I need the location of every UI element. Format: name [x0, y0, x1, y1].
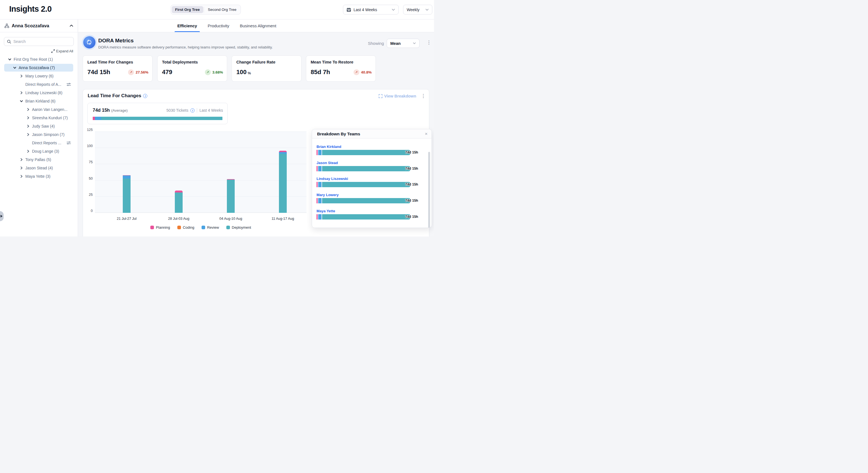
delta-value: 27.56% — [135, 70, 148, 75]
legend-label: Review — [207, 225, 219, 230]
tree-item[interactable]: Doug Lange (3) — [0, 147, 78, 155]
trend-badge: ↗ 40.8% — [353, 69, 372, 75]
tree-item[interactable]: Maya Yette (3) — [0, 172, 78, 180]
dora-kebab-menu[interactable]: ⋮ — [427, 40, 431, 45]
row-segment-deployment — [322, 182, 410, 187]
chevron-right-icon[interactable] — [26, 116, 30, 119]
expand-all-link[interactable]: Expand All — [51, 49, 73, 53]
filter-settings-icon[interactable] — [66, 141, 71, 145]
tree-item[interactable]: Brian Kirkland (6) — [0, 97, 78, 105]
row-segment-deployment — [322, 150, 410, 155]
breakdown-row: Maya Yette 74d 15h — [316, 209, 418, 219]
metric-unit: % — [248, 71, 251, 75]
bar-segment-deployment — [279, 154, 287, 213]
panel-scrollbar-thumb[interactable] — [428, 152, 430, 228]
chevron-up-icon[interactable] — [70, 25, 73, 27]
sidebar-user-header: Anna Scozzafava — [0, 20, 78, 32]
toggle-divider — [204, 7, 204, 13]
y-axis-tick-label: 75 — [83, 160, 93, 164]
tree-item[interactable]: Direct Reports ... — [0, 139, 78, 147]
bar-segment-planning — [175, 190, 183, 193]
toggle-first-org-tree[interactable]: First Org Tree — [172, 6, 203, 13]
trend-badge: ↗ 3.68% — [205, 69, 223, 75]
tree-item[interactable]: Aaron Van Langen... — [0, 105, 78, 114]
stacked-bar[interactable] — [227, 179, 235, 213]
team-link[interactable]: Brian Kirkland — [316, 145, 418, 149]
tree-item-label: Jason Stead (4) — [25, 166, 53, 170]
toggle-second-org-tree[interactable]: Second Org Tree — [205, 6, 240, 13]
breakdown-by-teams-panel: Breakdown By Teams × Brian Kirkland 74d … — [312, 129, 432, 228]
legend-item-deployment[interactable]: Deployment — [226, 225, 251, 230]
chevron-right-icon[interactable] — [26, 150, 30, 153]
tree-item[interactable]: Sireesha Kunduri (7) — [0, 114, 78, 122]
metric-card: Change Failure Rate 100 % — [231, 55, 302, 82]
info-icon[interactable]: i — [143, 94, 147, 98]
phase-segment-planning — [93, 117, 95, 120]
showing-select[interactable]: Mean — [387, 39, 420, 48]
chart-section-title: Lead Time For Changes — [88, 93, 141, 98]
team-link[interactable]: Lindsay Liszewski — [316, 177, 418, 181]
view-breakdown-link[interactable]: View Breakdown — [379, 94, 416, 98]
legend-label: Planning — [156, 225, 170, 230]
close-icon[interactable]: × — [425, 131, 428, 136]
chevron-right-icon[interactable] — [20, 75, 23, 78]
chevron-right-icon[interactable] — [26, 108, 30, 111]
sidebar-search[interactable] — [4, 37, 74, 46]
average-value: 74d 15h — [93, 108, 110, 113]
legend-item-planning[interactable]: Planning — [150, 225, 170, 230]
legend-item-review[interactable]: Review — [202, 225, 219, 230]
tree-item[interactable]: Jason Simpson (7) — [0, 130, 78, 139]
tree-item-label: Maya Yette (3) — [25, 174, 51, 179]
info-icon[interactable]: i — [190, 108, 194, 113]
tree-item[interactable]: Lindsay Liszewski (8) — [0, 89, 78, 97]
legend-swatch — [226, 226, 230, 229]
metric-title: Mean Time To Restore — [311, 60, 371, 64]
tab-business-alignment[interactable]: Business Alignment — [239, 20, 277, 32]
chevron-down-icon[interactable] — [8, 58, 11, 61]
chart-kebab-menu[interactable]: ⋮ — [421, 94, 426, 98]
tree-item[interactable]: Tony Pallas (5) — [0, 155, 78, 164]
metric-title: Total Deployments — [162, 60, 222, 64]
org-tree: First Org Tree Root (1)Anna Scozzafava (… — [0, 55, 78, 180]
granularity-value: Weekly — [407, 7, 420, 12]
app-title: Insights 2.0 — [9, 4, 52, 13]
tree-item-label: Jason Simpson (7) — [32, 132, 65, 137]
chevron-right-icon[interactable] — [20, 175, 23, 178]
chevron-right-icon[interactable] — [20, 166, 23, 170]
team-value: 74d 15h — [405, 199, 418, 203]
tree-item[interactable]: Judy Saw (4) — [0, 122, 78, 130]
team-link[interactable]: Maya Yette — [316, 209, 418, 213]
tree-item[interactable]: Anna Scozzafava (7) — [0, 63, 78, 72]
chevron-right-icon[interactable] — [26, 133, 30, 136]
chevron-right-icon[interactable] — [26, 124, 30, 128]
search-icon — [7, 39, 11, 44]
team-bar: 74d 15h — [316, 214, 418, 219]
tab-productivity[interactable]: Productivity — [207, 20, 230, 32]
tree-item[interactable]: Direct Reports of A... — [0, 80, 78, 89]
tree-item-label: Sireesha Kunduri (7) — [32, 116, 68, 120]
chevron-down-icon[interactable] — [20, 99, 23, 103]
expand-all-label: Expand All — [56, 49, 73, 53]
tree-item[interactable]: First Org Tree Root (1) — [0, 55, 78, 63]
team-link[interactable]: Mary Lowery — [316, 193, 418, 197]
team-link[interactable]: Jason Stead — [316, 161, 418, 165]
date-range-select[interactable]: Last 4 Weeks — [343, 5, 399, 14]
row-segment-planning — [316, 182, 318, 187]
tree-item[interactable]: Mary Lowery (6) — [0, 72, 78, 80]
tab-efficiency[interactable]: Efficiency — [177, 20, 198, 32]
stacked-bar[interactable] — [175, 190, 183, 213]
filter-settings-icon[interactable] — [66, 83, 71, 86]
metric-value: 74d 15h — [87, 68, 110, 76]
stacked-bar[interactable] — [123, 175, 130, 213]
tree-item[interactable]: Jason Stead (4) — [0, 164, 78, 172]
chevron-right-icon[interactable] — [20, 158, 23, 161]
chevron-right-icon[interactable] — [20, 91, 23, 94]
team-bar: 74d 15h — [316, 182, 418, 187]
stacked-bar[interactable] — [279, 151, 287, 213]
lead-time-card: Lead Time For Changes i View Breakdown ⋮… — [83, 89, 429, 237]
granularity-select[interactable]: Weekly — [403, 5, 432, 14]
y-axis-tick-label: 125 — [83, 128, 93, 132]
chevron-down-icon[interactable] — [13, 66, 17, 69]
search-input[interactable] — [13, 39, 71, 44]
legend-item-coding[interactable]: Coding — [177, 225, 194, 230]
